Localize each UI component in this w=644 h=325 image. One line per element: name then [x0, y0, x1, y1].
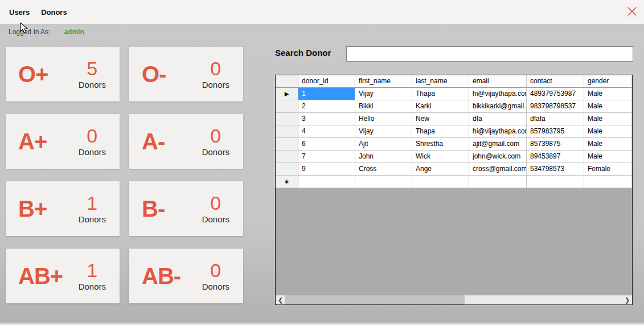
cell-last_name[interactable]: New: [412, 113, 469, 125]
donor-count: 1: [79, 193, 106, 214]
cell-first_name[interactable]: Ajit: [355, 138, 412, 151]
menu-bar: Users Donors: [0, 0, 644, 24]
donor-unit-label: Donors: [79, 214, 106, 224]
column-header-contact[interactable]: contact: [527, 75, 584, 88]
blood-type-label: B-: [142, 197, 165, 220]
donor-unit-label: Donors: [202, 214, 229, 224]
column-header-last_name[interactable]: last_name: [412, 75, 469, 88]
cell-donor_id[interactable]: 3: [298, 113, 355, 125]
table-row[interactable]: 3HelloNewdfadfafaMale: [276, 113, 632, 125]
cell-donor_id[interactable]: 4: [298, 125, 355, 138]
donor-table[interactable]: donor_idfirst_namelast_nameemailcontactg…: [275, 75, 633, 305]
cell-gender[interactable]: Male: [584, 138, 632, 151]
card-ab-positive[interactable]: AB+ 1 Donors: [6, 249, 120, 303]
row-header[interactable]: [276, 151, 298, 163]
cell-contact[interactable]: dfafa: [527, 113, 584, 125]
scroll-left-icon[interactable]: ❮: [276, 295, 285, 304]
row-header[interactable]: [276, 163, 298, 176]
row-header[interactable]: [276, 125, 298, 138]
cell-contact[interactable]: 534798573: [527, 163, 584, 176]
cell-email[interactable]: john@wick.com: [469, 151, 527, 163]
blood-type-label: B+: [18, 197, 47, 220]
row-header[interactable]: [276, 100, 298, 113]
table-header-row: donor_idfirst_namelast_nameemailcontactg…: [276, 75, 632, 88]
cell-contact[interactable]: 89453897: [527, 151, 584, 163]
cell-email[interactable]: dfa: [469, 113, 527, 125]
logged-in-label: Logged In As:: [9, 28, 50, 36]
donor-unit-label: Donors: [79, 282, 106, 291]
column-header-gender[interactable]: gender: [584, 75, 632, 88]
cell-last_name[interactable]: Thapa: [412, 125, 469, 138]
cell-empty[interactable]: [584, 176, 632, 188]
cell-donor_id[interactable]: 1: [298, 88, 355, 100]
cell-donor_id[interactable]: 7: [298, 151, 355, 163]
cell-email[interactable]: hi@vijaythapa.com: [469, 125, 527, 138]
row-header[interactable]: [276, 138, 298, 151]
card-ab-negative[interactable]: AB- 0 Donors: [129, 249, 243, 303]
column-header-email[interactable]: email: [469, 75, 527, 88]
cell-last_name[interactable]: Karki: [412, 100, 469, 113]
card-b-positive[interactable]: B+ 1 Donors: [6, 181, 120, 236]
table-row[interactable]: 2BikkiKarkibikkikarki@gmail....983798798…: [276, 100, 632, 113]
cell-last_name[interactable]: Ange: [412, 163, 469, 176]
menu-item-users[interactable]: Users: [3, 5, 35, 20]
table-row[interactable]: 7JohnWickjohn@wick.com89453897Male: [276, 151, 632, 163]
cell-empty[interactable]: [469, 176, 527, 188]
menu-item-donors[interactable]: Donors: [35, 5, 73, 20]
new-row-indicator: ✱: [276, 176, 298, 188]
cell-contact[interactable]: 857983795: [527, 125, 584, 138]
donor-count: 0: [202, 193, 229, 214]
column-header-donor_id[interactable]: donor_id: [298, 75, 355, 88]
cell-gender[interactable]: Male: [584, 125, 632, 138]
cell-contact[interactable]: 489379753987: [527, 88, 584, 100]
table-row[interactable]: 9CrossAngecross@gmail.com534798573Female: [276, 163, 632, 176]
close-button[interactable]: [623, 2, 641, 21]
cell-last_name[interactable]: Thapa: [412, 88, 469, 100]
cell-donor_id[interactable]: 6: [298, 138, 355, 151]
cell-email[interactable]: hi@vijaythapa.com: [469, 88, 527, 100]
table-row[interactable]: ▶1VijayThapahi@vijaythapa.com48937975398…: [276, 88, 632, 100]
card-o-negative[interactable]: O- 0 Donors: [129, 47, 243, 101]
cell-gender[interactable]: Male: [584, 113, 632, 125]
cell-email[interactable]: bikkikarki@gmail....: [469, 100, 527, 113]
cell-gender[interactable]: Male: [584, 151, 632, 163]
search-donor-input[interactable]: [346, 46, 633, 62]
cell-empty[interactable]: [298, 176, 355, 188]
cell-gender[interactable]: Male: [584, 100, 632, 113]
cell-donor_id[interactable]: 9: [298, 163, 355, 176]
donor-unit-label: Donors: [202, 282, 229, 291]
column-header-first_name[interactable]: first_name: [355, 75, 412, 88]
scroll-right-icon[interactable]: ❯: [622, 295, 632, 304]
cell-empty[interactable]: [527, 176, 584, 188]
cell-empty[interactable]: [355, 176, 412, 188]
current-row-indicator[interactable]: ▶: [276, 88, 298, 100]
cell-gender[interactable]: Male: [584, 88, 632, 100]
cell-email[interactable]: cross@gmail.com: [469, 163, 527, 176]
table-row[interactable]: 6AjitShresthaajit@gmail.com85739875Male: [276, 138, 632, 151]
cell-first_name[interactable]: Hello: [355, 113, 412, 125]
horizontal-scrollbar[interactable]: ❮ ❯: [276, 295, 632, 304]
card-a-positive[interactable]: A+ 0 Donors: [6, 114, 120, 169]
cell-empty[interactable]: [412, 176, 469, 188]
cell-donor_id[interactable]: 2: [298, 100, 355, 113]
card-o-positive[interactable]: O+ 5 Donors: [6, 47, 120, 101]
cell-contact[interactable]: 983798798537: [527, 100, 584, 113]
card-a-negative[interactable]: A- 0 Donors: [129, 114, 243, 169]
cell-first_name[interactable]: Vijay: [355, 125, 412, 138]
cell-email[interactable]: ajit@gmail.com: [469, 138, 527, 151]
table-corner-cell: [276, 75, 298, 88]
cell-first_name[interactable]: John: [355, 151, 412, 163]
row-header[interactable]: [276, 113, 298, 125]
cell-last_name[interactable]: Wick: [412, 151, 469, 163]
table-row[interactable]: 4VijayThapahi@vijaythapa.com857983795Mal…: [276, 125, 632, 138]
cell-last_name[interactable]: Shrestha: [412, 138, 469, 151]
cell-gender[interactable]: Female: [584, 163, 632, 176]
cell-first_name[interactable]: Bikki: [355, 100, 412, 113]
table-new-row[interactable]: ✱: [276, 176, 632, 188]
row-arrow-icon: ▶: [285, 91, 289, 97]
cell-first_name[interactable]: Cross: [355, 163, 412, 176]
cell-first_name[interactable]: Vijay: [355, 88, 412, 100]
cell-contact[interactable]: 85739875: [527, 138, 584, 151]
scrollbar-thumb[interactable]: [285, 295, 465, 304]
card-b-negative[interactable]: B- 0 Donors: [129, 181, 243, 236]
